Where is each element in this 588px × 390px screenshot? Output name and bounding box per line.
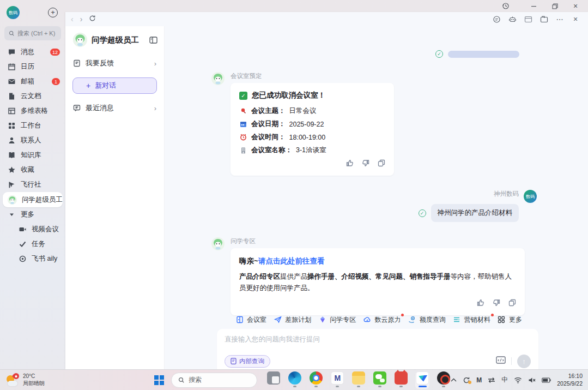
sync-icon[interactable] xyxy=(463,376,470,384)
qa-meeting-room[interactable]: 会议室 xyxy=(235,315,266,325)
sidebar-item-more[interactable]: 更多 xyxy=(0,207,65,222)
open-window-icon[interactable] xyxy=(539,15,549,23)
user-message: 神州数码 数码 ✓ 神州问学的产品介绍材料 xyxy=(211,190,537,222)
refresh-icon[interactable] xyxy=(89,15,96,23)
task-view-icon[interactable] xyxy=(266,371,281,389)
tray-expand-icon[interactable] xyxy=(451,378,457,382)
wifi-icon[interactable] xyxy=(514,377,522,383)
history-icon[interactable] xyxy=(498,1,514,11)
qa-quota[interactable]: 额度查询 xyxy=(408,315,446,325)
pin-icon xyxy=(239,107,247,115)
quota-icon xyxy=(408,316,416,324)
commands-icon[interactable] xyxy=(496,356,506,366)
file-explorer-icon[interactable] xyxy=(351,371,366,389)
taskbar-search-input[interactable]: 搜索 xyxy=(171,373,257,388)
qa-travel-plan[interactable]: 差旅计划 xyxy=(274,315,311,325)
goto-link[interactable]: 请点击此处前往查看 xyxy=(258,257,325,265)
close-panel-icon[interactable]: × xyxy=(571,15,580,23)
window-titlebar: × xyxy=(0,0,588,12)
panel-title: 问学超级员工 xyxy=(92,35,145,45)
input-placeholder: 直接输入您的问题向我进行提问 xyxy=(225,335,531,344)
plus-icon: + xyxy=(86,81,90,90)
message-input[interactable]: 直接输入您的问题向我进行提问 内部查询 ↑ xyxy=(217,329,538,374)
wechat-icon[interactable] xyxy=(373,371,387,389)
sidebar-item-community[interactable]: 飞行社 xyxy=(0,177,65,192)
new-chat-button[interactable]: + 新对话 xyxy=(72,77,157,94)
back-icon[interactable]: ‹ xyxy=(71,15,74,23)
more-icon[interactable]: ⋯ xyxy=(555,15,565,23)
global-search-input[interactable]: 搜索 (Ctrl + K) xyxy=(4,26,61,40)
dislike-icon[interactable] xyxy=(362,159,369,169)
sidebar-item-messages[interactable]: 消息 12 xyxy=(0,45,65,59)
wenxue-zone-icon xyxy=(318,316,326,324)
recorder-icon[interactable] xyxy=(437,371,451,389)
search-icon xyxy=(9,31,15,37)
red-app-icon[interactable] xyxy=(394,371,408,389)
sidebar-item-wenxue-bot[interactable]: 问学超级员工 xyxy=(3,192,63,207)
star-icon xyxy=(8,166,16,174)
feishu-icon[interactable] xyxy=(415,371,429,389)
sidebar-item-video-meeting[interactable]: 视频会议 xyxy=(0,222,65,237)
mute-icon[interactable] xyxy=(528,377,536,383)
bot-avatar[interactable] xyxy=(211,72,225,85)
sidebar-item-tasks[interactable]: 任务 xyxy=(0,237,65,251)
announce-icon[interactable] xyxy=(492,15,501,23)
sidebar-item-aily[interactable]: 飞书 aily xyxy=(0,251,65,266)
read-indicator-icon: ✓ xyxy=(435,50,443,58)
sidebar-item-favorites[interactable]: 收藏 xyxy=(0,163,65,177)
sidebar-item-base[interactable]: 多维表格 xyxy=(0,104,65,118)
clock[interactable]: 16:10 2025/9/22 xyxy=(557,373,583,387)
user-bubble[interactable]: 神州问学的产品介绍材料 xyxy=(431,204,519,222)
community-icon xyxy=(8,181,16,189)
sidebar-item-calendar[interactable]: 日历 xyxy=(0,59,65,74)
network-switch-icon[interactable] xyxy=(488,377,495,383)
copy-icon[interactable] xyxy=(508,299,516,309)
sidebar-item-docs[interactable]: 云文档 xyxy=(0,89,65,104)
add-icon[interactable]: + xyxy=(48,8,58,17)
dislike-icon[interactable] xyxy=(493,299,500,309)
like-icon[interactable] xyxy=(477,299,484,309)
chrome-icon[interactable] xyxy=(309,371,323,389)
bot-icon[interactable] xyxy=(507,15,517,23)
user-avatar[interactable]: 数码 xyxy=(7,6,20,19)
minimize-button[interactable] xyxy=(526,1,542,11)
sidebar-item-contacts[interactable]: 联系人 xyxy=(0,133,65,148)
qa-marketing[interactable]: 营销材料 xyxy=(453,315,490,325)
sidebar-item-wiki[interactable]: 知识库 xyxy=(0,148,65,163)
m-tray-icon[interactable]: M xyxy=(476,376,482,384)
card-view-icon[interactable] xyxy=(523,15,533,23)
qa-shuyun[interactable]: 数云原力 xyxy=(363,315,401,325)
quick-actions-row: 会议室 差旅计划 问学专区 数云原力 xyxy=(217,315,538,325)
collapse-sidebar-icon[interactable] xyxy=(149,37,157,44)
user-avatar[interactable]: 数码 xyxy=(524,190,537,203)
qa-more[interactable]: 更多 xyxy=(498,315,522,325)
send-button[interactable]: ↑ xyxy=(517,355,531,368)
ime-indicator[interactable]: 中 xyxy=(501,375,508,385)
read-indicator-icon: ✓ xyxy=(419,209,426,217)
close-button[interactable]: × xyxy=(567,1,584,11)
forward-icon[interactable]: › xyxy=(80,15,83,23)
copy-icon[interactable] xyxy=(378,159,385,169)
edge-icon[interactable] xyxy=(288,371,302,389)
search-icon xyxy=(178,377,185,383)
cloud-icon xyxy=(363,316,371,324)
qa-wenxue-zone[interactable]: 问学专区 xyxy=(318,315,356,325)
recent-messages-item[interactable]: 最近消息 › xyxy=(65,98,164,118)
sidebar-item-mail[interactable]: 邮箱 1 xyxy=(0,74,65,89)
weather-widget[interactable]: 20°C局部晴朗 xyxy=(0,373,106,387)
base-table-icon xyxy=(8,107,16,115)
m-app-icon[interactable]: M xyxy=(330,371,344,389)
internal-query-chip[interactable]: 内部查询 xyxy=(225,355,270,368)
start-button[interactable] xyxy=(154,375,164,385)
doc-icon xyxy=(231,358,237,364)
battery-icon[interactable] xyxy=(542,377,551,383)
sidebar-item-workbench[interactable]: 工作台 xyxy=(0,118,65,133)
bot-avatar xyxy=(73,33,87,47)
feedback-item[interactable]: 我要反馈 › xyxy=(65,53,164,73)
messages-list[interactable]: ✓ 会议室预定 ✓ 您已成功取消会 xyxy=(165,26,588,315)
like-icon[interactable] xyxy=(346,159,354,169)
bot-avatar[interactable] xyxy=(211,237,225,250)
contacts-icon xyxy=(8,136,16,145)
chat-area: ✓ 会议室预定 ✓ 您已成功取消会 xyxy=(165,26,588,369)
restore-button[interactable] xyxy=(547,1,563,11)
